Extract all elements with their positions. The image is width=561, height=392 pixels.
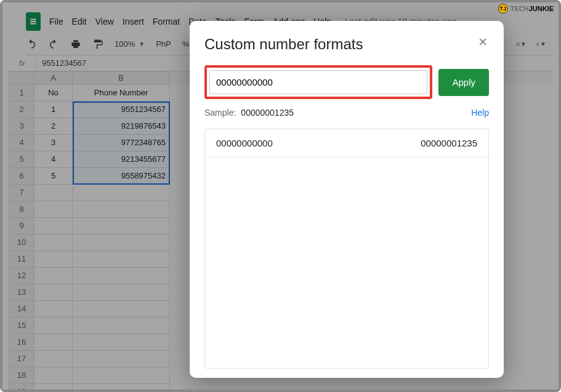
cell[interactable]: [73, 367, 170, 384]
svg-rect-2: [30, 23, 36, 24]
row-header[interactable]: 9: [9, 218, 34, 234]
cell[interactable]: 9219876543: [73, 118, 170, 135]
watermark-text-1: TECH: [511, 5, 529, 12]
cell[interactable]: [73, 384, 170, 392]
percent-format-button[interactable]: %: [182, 39, 190, 49]
row-header[interactable]: 10: [9, 234, 34, 251]
cell[interactable]: 9551234567: [73, 102, 170, 118]
currency-format-button[interactable]: PhP: [156, 39, 171, 49]
table-row: 19: [9, 384, 552, 392]
menu-edit[interactable]: Edit: [72, 17, 87, 26]
vertical-align-icon[interactable]: ▼: [535, 39, 546, 50]
column-header-b[interactable]: B: [73, 71, 170, 85]
format-input[interactable]: [209, 70, 427, 94]
row-header[interactable]: 16: [9, 334, 34, 351]
row-header[interactable]: 8: [9, 201, 34, 218]
formula-label: fx: [9, 58, 36, 68]
cell[interactable]: [34, 318, 73, 334]
cell[interactable]: [34, 301, 73, 318]
cell[interactable]: [73, 251, 170, 268]
cell[interactable]: [73, 301, 170, 318]
cell[interactable]: [73, 268, 170, 284]
svg-rect-1: [30, 21, 36, 22]
cell[interactable]: 1: [34, 102, 73, 118]
cell[interactable]: [34, 284, 73, 301]
cell[interactable]: No: [34, 85, 73, 102]
cell[interactable]: [73, 334, 170, 351]
cell[interactable]: [73, 234, 170, 251]
redo-icon[interactable]: [48, 39, 59, 50]
paint-format-icon[interactable]: [92, 39, 103, 50]
menu-file[interactable]: File: [49, 17, 63, 26]
menu-view[interactable]: View: [95, 17, 114, 26]
zoom-value: 100%: [115, 39, 135, 49]
dialog-title: Custom number formats: [204, 36, 489, 53]
cell[interactable]: 2: [34, 118, 73, 135]
cell[interactable]: [73, 284, 170, 301]
row-header[interactable]: 18: [9, 367, 34, 384]
row-header[interactable]: 4: [9, 135, 34, 151]
format-example: 00000001235: [421, 138, 477, 148]
row-header[interactable]: 7: [9, 185, 34, 201]
row-header[interactable]: 12: [9, 268, 34, 284]
watermark-icon: TJ: [498, 4, 508, 14]
cell[interactable]: 9558975432: [73, 168, 170, 185]
horizontal-align-icon[interactable]: ▼: [515, 39, 527, 50]
help-link[interactable]: Help: [471, 108, 489, 118]
cell[interactable]: [34, 251, 73, 268]
watermark-text-2: JUNKIE: [529, 5, 554, 12]
menu-insert[interactable]: Insert: [123, 17, 144, 26]
format-list-item[interactable]: 0000000000000000001235: [205, 129, 488, 158]
row-header[interactable]: 5: [9, 151, 34, 168]
cell[interactable]: [34, 367, 73, 384]
row-header[interactable]: 1: [9, 85, 34, 102]
row-header[interactable]: 2: [9, 102, 34, 118]
formula-value[interactable]: 9551234567: [36, 58, 86, 68]
row-header[interactable]: 6: [9, 168, 34, 185]
custom-number-formats-dialog: Custom number formats Apply Sample: 0000…: [190, 21, 504, 378]
cell[interactable]: [34, 185, 73, 201]
sample-value: 00000001235: [241, 108, 294, 118]
sheets-logo-icon: [26, 12, 41, 31]
row-header[interactable]: 14: [9, 301, 34, 318]
row-header[interactable]: 3: [9, 118, 34, 135]
cell[interactable]: [34, 384, 73, 392]
format-input-highlight: [204, 65, 432, 99]
cell[interactable]: [73, 185, 170, 201]
row-header[interactable]: 11: [9, 251, 34, 268]
undo-icon[interactable]: [26, 39, 37, 50]
row-header[interactable]: 13: [9, 284, 34, 301]
sample-label: Sample:: [204, 108, 236, 118]
column-header-a[interactable]: A: [34, 71, 73, 85]
cell[interactable]: [34, 268, 73, 284]
cell[interactable]: 4: [34, 151, 73, 168]
cell[interactable]: [34, 334, 73, 351]
cell[interactable]: [73, 318, 170, 334]
cell[interactable]: [34, 234, 73, 251]
close-button[interactable]: [475, 34, 490, 49]
menu-format[interactable]: Format: [153, 17, 180, 26]
select-all-cell[interactable]: [9, 71, 34, 85]
watermark: TJ TECHJUNKIE: [498, 4, 554, 14]
cell[interactable]: 5: [34, 168, 73, 185]
cell[interactable]: [73, 218, 170, 234]
print-icon[interactable]: [70, 39, 81, 50]
chevron-down-icon: ▼: [139, 41, 145, 47]
svg-rect-0: [30, 18, 36, 20]
row-header[interactable]: 19: [9, 384, 34, 392]
cell[interactable]: 9213455677: [73, 151, 170, 168]
row-header[interactable]: 17: [9, 351, 34, 367]
cell[interactable]: [34, 351, 73, 367]
cell[interactable]: 3: [34, 135, 73, 151]
row-header[interactable]: 15: [9, 318, 34, 334]
zoom-dropdown[interactable]: 100% ▼: [115, 39, 145, 49]
format-list: 0000000000000000001235: [204, 129, 489, 369]
cell[interactable]: 9772348765: [73, 135, 170, 151]
cell[interactable]: [73, 201, 170, 218]
format-pattern: 00000000000: [216, 138, 273, 148]
cell[interactable]: [73, 351, 170, 367]
cell[interactable]: Phone Number: [73, 85, 170, 102]
apply-button[interactable]: Apply: [438, 69, 489, 96]
cell[interactable]: [34, 218, 73, 234]
cell[interactable]: [34, 201, 73, 218]
